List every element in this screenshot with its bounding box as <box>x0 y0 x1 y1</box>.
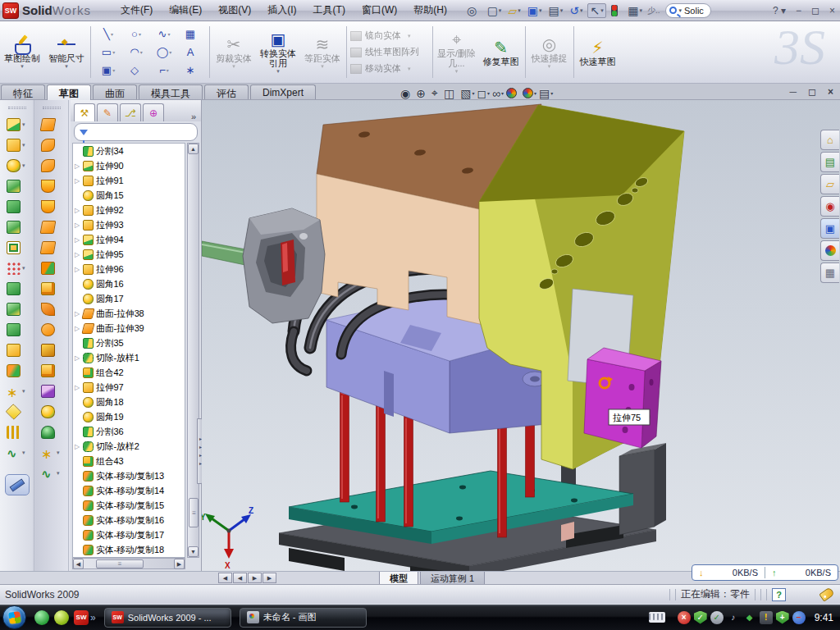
scroll-left-icon[interactable]: ◀ <box>73 559 84 569</box>
feature-tree-item[interactable]: ▷ 曲面-拉伸39 <box>73 321 185 336</box>
surface-tool-button[interactable]: ▾ <box>41 463 62 483</box>
stack-tool-button[interactable]: 镜向实体 ▾ <box>350 28 429 44</box>
dropdown-arrow-icon[interactable]: ▾ <box>472 90 474 96</box>
dropdown-arrow-icon[interactable]: ▾ <box>169 49 171 55</box>
expander-icon[interactable]: ▷ <box>75 251 83 258</box>
dropdown-arrow-icon[interactable]: ▾ <box>276 68 280 75</box>
surface-tool-button[interactable]: ▾ <box>41 217 62 237</box>
menu-item[interactable]: 编辑(E) <box>161 1 210 20</box>
feature-tree-item[interactable]: ▷ 拉伸91 <box>73 173 185 188</box>
doc-minimize-button[interactable]: ─ <box>790 86 797 98</box>
feature-tool-button[interactable]: ▾ <box>7 258 27 278</box>
sketch-entity-button[interactable]: ▭ ▾ <box>94 43 122 62</box>
tray-icon[interactable]: × <box>678 611 691 624</box>
dropdown-arrow-icon[interactable]: ▾ <box>499 7 502 14</box>
feature-tree-item[interactable]: ▷ 圆角16 <box>73 276 185 291</box>
tree-vertical-scrollbar[interactable]: ▲ ≡ ▼ <box>187 143 199 558</box>
stack-tool-button[interactable]: 线性草图阵列 ▾ <box>350 44 429 61</box>
view-tool-button[interactable]: ∞ ▾ <box>492 87 504 100</box>
feature-tree-item[interactable]: ▷ 实体-移动/复制15 <box>73 498 185 513</box>
quick-launch-icon[interactable] <box>34 610 49 625</box>
task-pane-tab[interactable]: ▦ <box>820 262 839 283</box>
surface-tool-button[interactable]: ▾ <box>41 155 62 176</box>
dropdown-arrow-icon[interactable]: ▾ <box>167 31 170 37</box>
surface-tool-button[interactable]: ▾ <box>41 442 62 463</box>
surface-tool-button[interactable]: ▾ <box>41 114 62 135</box>
feature-tree-item[interactable]: ▷ 实体-移动/复制16 <box>73 513 185 527</box>
feature-tool-button[interactable]: ▾ <box>7 135 27 155</box>
feature-tree-item[interactable]: ▷ 圆角17 <box>73 291 185 306</box>
dropdown-arrow-icon[interactable]: ▾ <box>22 142 27 148</box>
feature-tree-item[interactable]: ▷ 实体-移动/复制18 <box>73 542 185 557</box>
feature-tree-item[interactable]: ▷ 拉伸94 <box>73 232 185 247</box>
dropdown-arrow-icon[interactable]: ▾ <box>580 7 583 14</box>
feature-tree-item[interactable]: ▷ 分割36 <box>73 424 185 439</box>
doc-restore-button[interactable]: ◻ <box>808 86 816 98</box>
toolbar-icon[interactable]: ▣ ▾ <box>526 4 544 17</box>
dropdown-arrow-icon[interactable]: ▾ <box>639 7 642 14</box>
quick-launch-icon[interactable]: SW <box>74 610 89 625</box>
feature-tree-item[interactable]: ▷ 切除-放样2 <box>73 439 185 454</box>
dropdown-arrow-icon[interactable]: ▾ <box>534 90 536 96</box>
task-pane-tab[interactable]: ◉ <box>820 196 839 217</box>
expander-icon[interactable]: ▷ <box>75 384 83 391</box>
sketch-entity-button[interactable]: ∿ ▾ <box>150 25 178 43</box>
measure-button-active[interactable] <box>5 474 30 495</box>
toolbar-icon[interactable]: ▱ ▾ <box>506 4 522 17</box>
task-pane-tab[interactable]: ▣ <box>820 218 839 239</box>
sketch-entity-button[interactable]: ◠ ▾ <box>122 43 150 62</box>
view-tool-button[interactable]: ⊕ ▾ <box>416 87 429 100</box>
dropdown-arrow-icon[interactable]: ▾ <box>22 265 27 272</box>
quick-launch-icon[interactable] <box>54 610 69 625</box>
view-tool-button[interactable]: ⌖ ▾ <box>431 86 441 100</box>
rapid-sketch-button[interactable]: ⚡ 快速草图 <box>577 23 619 81</box>
feature-tree-item[interactable]: ▷ 组合43 <box>73 454 185 468</box>
sketch-entity-button[interactable]: ○ ▾ <box>122 25 150 43</box>
view-tool-button[interactable]: ◫ ▾ <box>444 87 458 100</box>
surface-tool-button[interactable]: ▾ <box>41 340 62 360</box>
view-tool-button[interactable]: ▾ <box>506 88 520 98</box>
expander-icon[interactable]: ▷ <box>75 236 83 244</box>
surface-tool-button[interactable]: ▾ <box>41 176 62 196</box>
toolbar-icon[interactable]: ▾ <box>609 4 623 17</box>
tab-nav-button[interactable]: ▶ <box>248 573 262 583</box>
feature-tool-button[interactable]: ▾ <box>7 299 27 319</box>
dropdown-arrow-icon[interactable]: ▾ <box>111 31 113 37</box>
feature-tool-button[interactable]: ▾ <box>7 401 27 422</box>
taskbar-button-solidworks[interactable]: SW SolidWorks 2009 - ... <box>104 608 231 628</box>
doc-close-button[interactable]: × <box>828 86 833 98</box>
sketch-entity-button[interactable]: ╲ ▾ <box>94 25 122 43</box>
toolbar-icon[interactable]: ↺ ▾ <box>568 4 584 17</box>
dimxpert-manager-tab[interactable]: ⊕ <box>143 103 164 121</box>
task-pane-tab[interactable]: ⌂ <box>820 130 839 150</box>
menu-item[interactable]: 帮助(H) <box>405 1 455 20</box>
dropdown-arrow-icon[interactable]: ▾ <box>167 67 169 73</box>
menu-item[interactable]: 窗口(W) <box>354 1 405 20</box>
feature-tool-button[interactable]: ▾ <box>7 114 27 135</box>
dropdown-arrow-icon[interactable]: ▾ <box>140 49 143 55</box>
dropdown-arrow-icon[interactable]: ▾ <box>21 63 24 70</box>
stack-tool-button[interactable]: 移动实体 ▾ <box>350 61 429 77</box>
feature-tree-item[interactable]: ▷ 圆角19 <box>73 409 185 424</box>
feature-tree-item[interactable]: ▷ 拉伸97 <box>73 380 185 395</box>
panel-overflow-button[interactable]: » <box>191 112 196 121</box>
surface-tool-button[interactable]: ▾ <box>41 237 62 258</box>
repair-sketch-button[interactable]: ✎ 修复草图 <box>480 23 523 81</box>
trim-entities-button[interactable]: ✂ 剪裁实体 ▾ <box>212 23 255 81</box>
close-button[interactable]: × <box>824 5 840 16</box>
feature-tree-item[interactable]: ▷ 组合42 <box>73 365 185 380</box>
tray-icon[interactable]: ✓ <box>710 611 724 624</box>
feature-tree-item[interactable]: ▷ 圆角15 <box>73 188 185 203</box>
view-tool-button[interactable]: ▾ <box>523 88 536 98</box>
dropdown-arrow-icon[interactable]: ▾ <box>550 90 553 96</box>
offset-entities-button[interactable]: ≋ 等距实体 ▾ <box>301 23 344 81</box>
surface-tool-button[interactable]: ▾ <box>41 258 62 278</box>
start-button[interactable] <box>2 605 26 629</box>
toolbar-grip[interactable] <box>43 107 61 109</box>
feature-tree-item[interactable]: ▷ 拉伸92 <box>73 203 185 217</box>
sketch-entity-button[interactable]: ◇ ▾ <box>122 62 150 80</box>
menu-item[interactable]: 文件(F) <box>112 1 161 20</box>
surface-tool-button[interactable]: ▾ <box>41 422 62 442</box>
tab-nav-button[interactable]: ▶ <box>262 573 276 583</box>
feature-tree-item[interactable]: ▷ 实体-移动/复制17 <box>73 527 185 542</box>
